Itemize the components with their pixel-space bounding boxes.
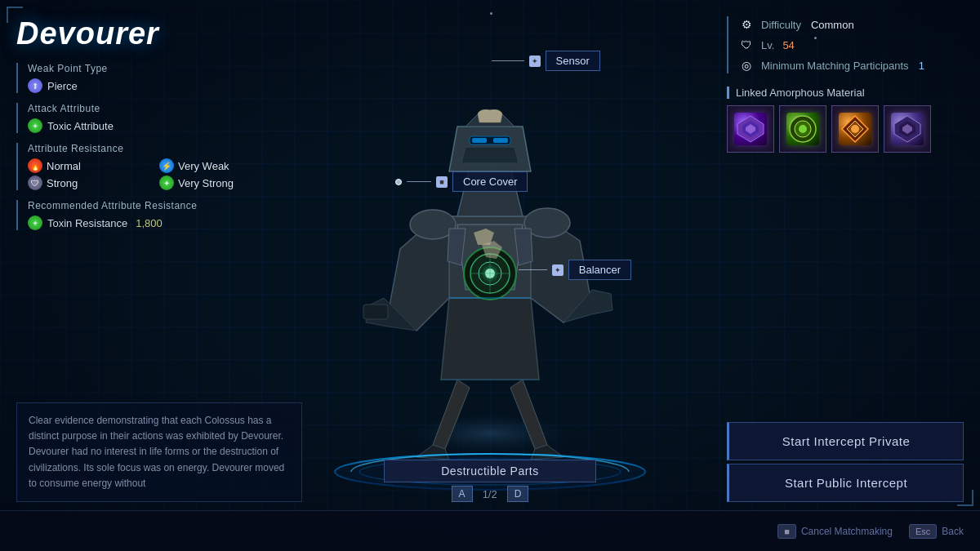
resist-normal-label: Normal — [47, 160, 81, 172]
difficulty-section: ⚙ Difficulty Common 🛡 Lv. 54 ◎ Minimum M… — [727, 16, 964, 73]
materials-section: Linked Amorphous Material — [727, 87, 964, 153]
toxic-strong-icon: ✦ — [159, 176, 174, 190]
weak-point-row: ⬆ Pierce — [28, 78, 278, 93]
nav-page: 1/2 — [483, 488, 497, 500]
attack-attribute-section: Attack Attribute ✦ Toxic Attribute — [16, 103, 278, 133]
callout-core-label: Core Cover — [452, 171, 528, 192]
back-key: Esc — [909, 524, 937, 539]
callout-line — [519, 269, 547, 270]
left-panel: Devourer Weak Point Type ⬆ Pierce Attack… — [16, 16, 278, 240]
level-value: 54 — [782, 39, 794, 51]
svg-rect-7 — [363, 304, 388, 319]
material-gem-4 — [891, 113, 924, 145]
level-icon: 🛡 — [738, 37, 755, 53]
pierce-icon: ⬆ — [28, 78, 42, 93]
attr-resist-label: Attribute Resistance — [28, 143, 278, 154]
toxic-icon: ✦ — [28, 118, 42, 133]
cancel-label: Cancel Matchmaking — [801, 526, 893, 537]
resist-strong: 🛡 Strong — [28, 176, 146, 190]
attack-attribute-label: Attack Attribute — [28, 103, 278, 114]
recommended-value: Toxin Resistance — [47, 217, 127, 229]
recommended-row: ✦ Toxin Resistance 1,800 — [28, 216, 278, 230]
description-text: Clear evidence demonstrating that each C… — [29, 413, 290, 491]
resist-normal: 🔥 Normal — [28, 158, 146, 173]
participants-label: Minimum Matching Participants — [761, 60, 909, 72]
cancel-hint: ■ Cancel Matchmaking — [777, 524, 893, 539]
right-panel: ⚙ Difficulty Common 🛡 Lv. 54 ◎ Minimum M… — [727, 16, 964, 166]
start-private-button[interactable]: Start Intercept Private — [727, 422, 964, 460]
level-row: 🛡 Lv. 54 — [738, 37, 964, 53]
resist-strong-label: Strong — [47, 177, 78, 189]
attribute-resistance-section: Attribute Resistance 🔥 Normal ⚡ Very Wea… — [16, 143, 278, 190]
attack-attribute-value: Toxic Attribute — [47, 120, 114, 132]
svg-point-25 — [851, 125, 859, 133]
prev-page-button[interactable]: A — [452, 486, 473, 502]
material-gem-2 — [786, 113, 819, 145]
callout-balancer: ✦ Balancer — [519, 260, 631, 280]
next-page-button[interactable]: D — [507, 486, 529, 502]
participants-value: 1 — [919, 60, 924, 72]
description-box: Clear evidence demonstrating that each C… — [16, 402, 302, 502]
participants-icon: ◎ — [738, 57, 755, 73]
callout-core-cover: ■ Core Cover — [395, 171, 528, 192]
boss-title: Devourer — [16, 16, 278, 51]
start-public-button[interactable]: Start Public Intercept — [727, 464, 964, 502]
shield-icon: 🛡 — [28, 176, 42, 190]
material-item-1 — [727, 105, 774, 153]
back-label: Back — [942, 526, 964, 537]
boss-model — [351, 102, 629, 478]
material-gem-1 — [734, 113, 767, 145]
callout-star3: ✦ — [552, 264, 564, 276]
callout-line — [492, 60, 524, 61]
attack-attribute-row: ✦ Toxic Attribute — [28, 118, 278, 133]
callout-sensor: ✦ Sensor — [492, 51, 600, 71]
weak-point-section: Weak Point Type ⬆ Pierce — [16, 63, 278, 93]
center-area: ✦ Sensor ■ Core Cover ✦ Balancer Destruc… — [253, 0, 727, 551]
callout-line — [407, 181, 431, 182]
callout-star2: ■ — [436, 176, 448, 188]
materials-grid — [727, 105, 964, 153]
difficulty-value: Common — [811, 19, 854, 31]
difficulty-label: Difficulty — [761, 19, 801, 31]
cancel-key: ■ — [777, 524, 796, 539]
difficulty-icon: ⚙ — [738, 16, 755, 33]
recommended-amount: 1,800 — [136, 217, 163, 229]
back-hint: Esc Back — [909, 524, 964, 539]
destructible-nav: A 1/2 D — [384, 486, 596, 502]
material-item-2 — [779, 105, 826, 153]
materials-title: Linked Amorphous Material — [727, 87, 964, 99]
svg-rect-12 — [493, 138, 508, 143]
level-label: Lv. — [761, 39, 774, 51]
material-item-4 — [884, 105, 931, 153]
material-item-3 — [831, 105, 879, 153]
destructible-label: Destructible Parts — [384, 460, 596, 482]
callout-balancer-label: Balancer — [568, 260, 631, 280]
participants-row: ◎ Minimum Matching Participants 1 — [738, 57, 964, 73]
action-buttons: Start Intercept Private Start Public Int… — [727, 422, 964, 502]
material-gem-3 — [839, 113, 871, 145]
svg-rect-11 — [472, 138, 487, 143]
resist-very-weak-label: Very Weak — [178, 160, 229, 172]
resist-grid: 🔥 Normal ⚡ Very Weak 🛡 Strong ✦ Very Str… — [28, 158, 278, 190]
callout-sensor-label: Sensor — [546, 51, 600, 71]
weak-point-label: Weak Point Type — [28, 63, 278, 74]
recommended-section: Recommended Attribute Resistance ✦ Toxin… — [16, 200, 278, 230]
toxin-icon: ✦ — [28, 216, 42, 230]
weak-point-value: Pierce — [47, 80, 78, 92]
svg-point-22 — [799, 125, 807, 133]
difficulty-row: ⚙ Difficulty Common — [738, 16, 964, 33]
callout-dot — [395, 179, 402, 185]
callout-star: ✦ — [529, 56, 541, 67]
destructible-bar: Destructible Parts A 1/2 D — [384, 460, 596, 502]
recommended-label: Recommended Attribute Resistance — [28, 200, 278, 211]
bottom-bar: ■ Cancel Matchmaking Esc Back — [0, 510, 980, 551]
elec-icon: ⚡ — [159, 158, 174, 173]
resist-very-strong-label: Very Strong — [178, 177, 234, 189]
fire-icon: 🔥 — [28, 158, 42, 173]
